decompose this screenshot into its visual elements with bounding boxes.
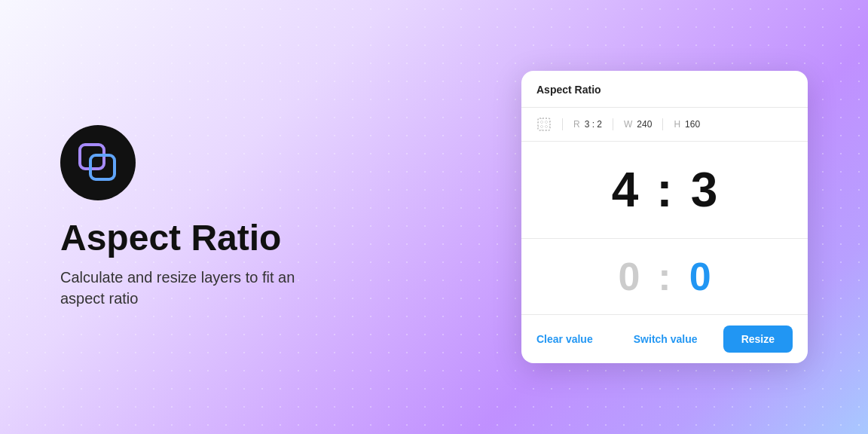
ratio-input-right: 0 [689, 257, 711, 296]
resize-button[interactable]: Resize [723, 326, 793, 353]
content-area: Aspect Ratio Calculate and resize layers… [0, 0, 868, 434]
toolbar-divider-1 [562, 118, 563, 130]
panel-title: Aspect Ratio [536, 84, 601, 96]
height-label: H [674, 119, 680, 130]
toolbar-divider-3 [662, 118, 663, 130]
width-value: 240 [637, 119, 652, 130]
panel-footer: Clear value Switch value Resize [521, 315, 808, 363]
main-title: Aspect Ratio [60, 219, 461, 258]
ratio-input-display: 0 : 0 [521, 239, 808, 315]
ratio-main-display: 4 : 3 [521, 142, 808, 239]
ratio-value: 3 : 2 [585, 119, 602, 130]
ratio-main-right: 3 [691, 166, 718, 214]
left-panel: Aspect Ratio Calculate and resize layers… [60, 125, 461, 310]
resize-icon [536, 117, 552, 132]
ratio-label: R [573, 119, 580, 130]
ratio-main-left: 4 [612, 166, 639, 214]
switch-value-button[interactable]: Switch value [608, 330, 723, 348]
aspect-ratio-panel: Aspect Ratio R 3 : 2 W 240 [521, 71, 808, 363]
ratio-input-colon: : [658, 257, 671, 296]
toolbar-divider-2 [613, 118, 613, 130]
width-field: W 240 [624, 119, 652, 130]
svg-rect-2 [538, 118, 550, 130]
ratio-input-left: 0 [618, 257, 640, 296]
panel-header: Aspect Ratio [521, 71, 808, 108]
left-text: Aspect Ratio Calculate and resize layers… [60, 219, 461, 310]
height-field: H 160 [674, 119, 700, 130]
ratio-main-colon: : [656, 166, 672, 214]
clear-value-button[interactable]: Clear value [536, 330, 593, 348]
height-value: 160 [685, 119, 700, 130]
panel-toolbar: R 3 : 2 W 240 H 160 [521, 108, 808, 142]
sub-title: Calculate and resize layers to fit an as… [60, 267, 316, 309]
logo-icon [77, 142, 119, 184]
width-label: W [624, 119, 632, 130]
logo-circle [60, 125, 136, 200]
ratio-field: R 3 : 2 [573, 119, 602, 130]
